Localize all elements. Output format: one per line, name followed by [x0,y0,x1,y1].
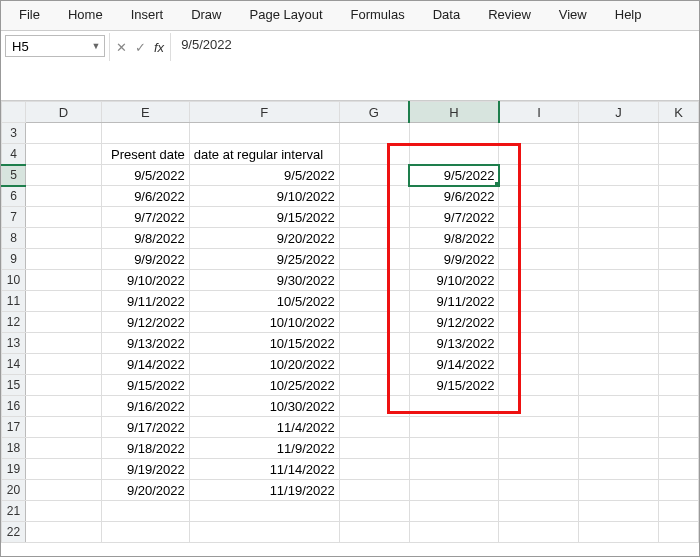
cell-J21[interactable] [579,501,659,522]
cell-E6[interactable]: 9/6/2022 [101,186,189,207]
cell-J18[interactable] [579,438,659,459]
cell-J16[interactable] [579,396,659,417]
ribbon-tab-formulas[interactable]: Formulas [351,7,405,22]
cell-I9[interactable] [499,249,579,270]
cell-E15[interactable]: 9/15/2022 [101,375,189,396]
cell-G16[interactable] [339,396,409,417]
cell-H16[interactable] [409,396,499,417]
cell-D14[interactable] [25,354,101,375]
cell-J7[interactable] [579,207,659,228]
cell-E12[interactable]: 9/12/2022 [101,312,189,333]
cell-F12[interactable]: 10/10/2022 [189,312,339,333]
cell-E20[interactable]: 9/20/2022 [101,480,189,501]
cell-I21[interactable] [499,501,579,522]
cell-H22[interactable] [409,522,499,543]
cell-F6[interactable]: 9/10/2022 [189,186,339,207]
cell-H7[interactable]: 9/7/2022 [409,207,499,228]
ribbon-tab-insert[interactable]: Insert [131,7,164,22]
cell-J13[interactable] [579,333,659,354]
select-all-corner[interactable] [2,102,26,123]
cell-J3[interactable] [579,123,659,144]
cell-G15[interactable] [339,375,409,396]
cell-K9[interactable] [659,249,699,270]
cell-F9[interactable]: 9/25/2022 [189,249,339,270]
cell-J20[interactable] [579,480,659,501]
cell-F4[interactable]: date at regular interval [189,144,339,165]
cell-G22[interactable] [339,522,409,543]
row-header-12[interactable]: 12 [2,312,26,333]
cell-F21[interactable] [189,501,339,522]
cell-E19[interactable]: 9/19/2022 [101,459,189,480]
cell-G17[interactable] [339,417,409,438]
cell-I19[interactable] [499,459,579,480]
row-header-11[interactable]: 11 [2,291,26,312]
row-header-14[interactable]: 14 [2,354,26,375]
cell-J8[interactable] [579,228,659,249]
cancel-icon[interactable]: ✕ [116,40,127,55]
cell-D3[interactable] [25,123,101,144]
cell-H11[interactable]: 9/11/2022 [409,291,499,312]
cell-G8[interactable] [339,228,409,249]
cell-G3[interactable] [339,123,409,144]
column-header-D[interactable]: D [25,102,101,123]
cell-K15[interactable] [659,375,699,396]
ribbon-tab-pagelayout[interactable]: Page Layout [250,7,323,22]
cell-H5[interactable]: 9/5/2022 [409,165,499,186]
cell-E16[interactable]: 9/16/2022 [101,396,189,417]
cell-F10[interactable]: 9/30/2022 [189,270,339,291]
cell-G18[interactable] [339,438,409,459]
ribbon-tab-file[interactable]: File [19,7,40,22]
cell-I4[interactable] [499,144,579,165]
cell-I6[interactable] [499,186,579,207]
cell-K16[interactable] [659,396,699,417]
cell-I7[interactable] [499,207,579,228]
cell-D16[interactable] [25,396,101,417]
cell-F19[interactable]: 11/14/2022 [189,459,339,480]
cell-I20[interactable] [499,480,579,501]
ribbon-tab-help[interactable]: Help [615,7,642,22]
row-header-3[interactable]: 3 [2,123,26,144]
cell-H17[interactable] [409,417,499,438]
cell-K22[interactable] [659,522,699,543]
column-header-J[interactable]: J [579,102,659,123]
cell-F3[interactable] [189,123,339,144]
cell-K7[interactable] [659,207,699,228]
cell-J5[interactable] [579,165,659,186]
cell-D11[interactable] [25,291,101,312]
cell-D20[interactable] [25,480,101,501]
cell-F20[interactable]: 11/19/2022 [189,480,339,501]
cell-E18[interactable]: 9/18/2022 [101,438,189,459]
row-header-10[interactable]: 10 [2,270,26,291]
cell-H12[interactable]: 9/12/2022 [409,312,499,333]
cell-K20[interactable] [659,480,699,501]
row-header-4[interactable]: 4 [2,144,26,165]
confirm-icon[interactable]: ✓ [135,40,146,55]
column-header-G[interactable]: G [339,102,409,123]
row-header-15[interactable]: 15 [2,375,26,396]
cell-F22[interactable] [189,522,339,543]
cell-F7[interactable]: 9/15/2022 [189,207,339,228]
cell-K17[interactable] [659,417,699,438]
cell-H19[interactable] [409,459,499,480]
column-header-H[interactable]: H [409,102,499,123]
cell-G6[interactable] [339,186,409,207]
cell-E22[interactable] [101,522,189,543]
cell-E10[interactable]: 9/10/2022 [101,270,189,291]
cell-K10[interactable] [659,270,699,291]
cell-I10[interactable] [499,270,579,291]
cell-F14[interactable]: 10/20/2022 [189,354,339,375]
cell-E7[interactable]: 9/7/2022 [101,207,189,228]
cell-J22[interactable] [579,522,659,543]
cell-I11[interactable] [499,291,579,312]
row-header-21[interactable]: 21 [2,501,26,522]
row-header-20[interactable]: 20 [2,480,26,501]
cell-H3[interactable] [409,123,499,144]
ribbon-tab-review[interactable]: Review [488,7,531,22]
cell-J15[interactable] [579,375,659,396]
cell-G20[interactable] [339,480,409,501]
cell-D13[interactable] [25,333,101,354]
cell-J11[interactable] [579,291,659,312]
cell-I16[interactable] [499,396,579,417]
cell-D18[interactable] [25,438,101,459]
cell-H21[interactable] [409,501,499,522]
